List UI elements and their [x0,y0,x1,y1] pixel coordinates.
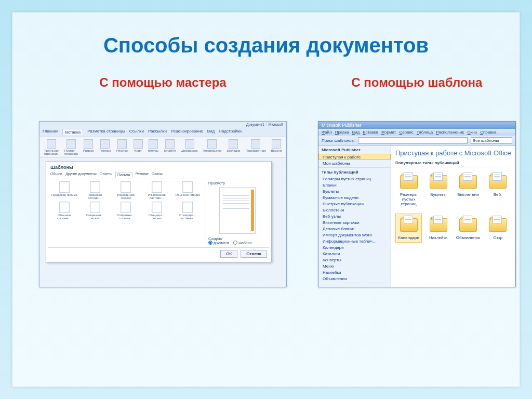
search-label: Поиск шаблонов: [322,138,355,143]
menu-item[interactable]: Файл [322,130,332,135]
ribbon-tab[interactable]: Разметка страницы [87,129,125,135]
sidebar-item[interactable]: Приступая к работе [318,154,391,160]
publication-type-item[interactable]: Размеры пустых страниц [395,170,422,208]
template-item[interactable]: Городское письмо [50,181,78,200]
publication-type-item[interactable]: Откр [485,214,511,243]
menu-item[interactable]: Окно [468,130,477,135]
publication-type-item[interactable]: Веб- [485,170,511,208]
sidebar-item[interactable]: Буклеты [318,188,391,194]
ribbon-button[interactable]: Рисунок [115,139,130,155]
ribbon-icon [66,139,76,149]
publication-type-item[interactable]: Бюллетени [455,170,481,208]
sidebar-group-label: Типы публикаций [318,167,391,176]
template-item[interactable]: Обычное письмо [174,181,202,200]
search-scope-dropdown[interactable]: Все шаблоны [471,137,512,144]
dialog-tab[interactable]: Факсы [152,172,163,178]
ribbon-button[interactable]: Верхни [270,139,283,155]
sidebar-item[interactable]: Веб-узлы [318,213,391,219]
ribbon-tab[interactable]: Вид [207,129,215,135]
sidebar-item[interactable]: Бланки [318,182,391,188]
menu-item[interactable]: Сервис [399,130,413,135]
radio-template-input[interactable] [233,241,237,245]
ribbon-icon [84,139,93,149]
sidebar-item[interactable]: Объявления [318,275,391,282]
sidebar-item[interactable]: Мои шаблоны [318,160,391,166]
ribbon-tab[interactable]: Ссылки [129,129,144,135]
sidebar-item[interactable]: Календари [318,244,391,250]
template-item[interactable]: Обычное составн… [50,202,78,220]
sidebar-item[interactable]: Визитные карточки [318,219,391,225]
sidebar-item[interactable]: Размеры пустых страниц [318,176,391,182]
ribbon-button[interactable]: Закладка [225,139,242,155]
radio-document-input[interactable] [208,241,212,245]
sidebar-item[interactable]: Наклейки [318,269,391,275]
menu-item[interactable]: Таблица [417,130,433,135]
publication-type-grid[interactable]: Размеры пустых страницБуклетыБюллетениВе… [395,170,511,243]
dialog-tabs[interactable]: ОбщиеДругие документыОтчетыПисьмаРезюмеФ… [48,171,269,179]
preview-thumbnail [219,187,256,234]
ribbon-tab[interactable]: Вставка [62,129,83,135]
ribbon-button[interactable]: Диаграмма [180,139,199,155]
cancel-button[interactable]: Отмена [241,250,267,258]
template-item[interactable]: Стандарт… письмо [143,202,170,220]
publisher-menu[interactable]: ФайлПравкаВидВставкаФорматСервисТаблицаР… [318,129,515,136]
ribbon-tab[interactable]: Рассылки [148,129,167,135]
template-item[interactable]: Современ… письмо [81,202,109,220]
menu-item[interactable]: Вставка [363,130,378,135]
dialog-tab[interactable]: Отчеты [100,172,112,178]
publication-type-item[interactable]: Календари [395,214,422,243]
ribbon-button[interactable]: Разрыв [82,139,96,155]
ribbon-tab[interactable]: Главная [43,129,58,135]
sidebar-item[interactable]: Бумажные модели [318,194,391,201]
ribbon-button[interactable]: SmartArt [162,139,178,155]
dialog-tab[interactable]: Резюме [136,172,149,178]
ribbon-tab[interactable]: Надстройки [219,129,242,135]
sidebar-item[interactable]: Информационные таблич… [318,238,391,244]
ribbon-button[interactable]: Таблица [98,139,113,155]
publication-type-item[interactable]: Объявления [455,214,481,243]
ribbon-tab[interactable]: Рецензирование [171,129,203,135]
columns: С помощью мастера Документ1 – Microsoft … [39,75,493,287]
template-item[interactable]: Современ… составн… [112,202,140,220]
menu-item[interactable]: Расположение [436,130,464,135]
search-input[interactable] [358,137,468,144]
radio-template[interactable]: шаблон [233,241,251,245]
ok-button[interactable]: ОК [220,250,237,258]
ribbon-button[interactable]: Клип [132,139,144,155]
ribbon-icon [117,139,127,149]
dialog-tab[interactable]: Общие [50,172,62,178]
ribbon-label: SmartArt [164,149,176,152]
menu-item[interactable]: Справка [480,130,496,135]
ribbon-button[interactable]: Пустая страница [63,139,79,155]
sidebar-item[interactable]: Конверты [318,257,391,263]
menu-item[interactable]: Формат [381,130,396,135]
publication-type-item[interactable]: Наклейки [425,214,451,243]
menu-item[interactable]: Вид [352,130,360,135]
sidebar-item[interactable]: Меню [318,263,391,269]
ribbon-button[interactable]: Титульная страница [43,139,61,155]
left-column: С помощью мастера Документ1 – Microsoft … [39,75,287,287]
publication-type-item[interactable]: Буклеты [425,170,451,208]
ribbon[interactable]: Титульная страницаПустая страницаРазрывТ… [39,137,286,158]
ribbon-button[interactable]: Перекрестная [244,139,267,155]
sidebar-item[interactable]: Деловые бланки [318,225,391,232]
template-item[interactable]: Изысканное составн… [143,181,170,200]
ribbon-icon [47,139,56,149]
radio-document[interactable]: документ [208,241,229,245]
template-item[interactable]: Изысканное письмо [112,181,140,200]
menu-item[interactable]: Правка [335,130,349,135]
dialog-tab[interactable]: Другие документы [65,172,97,178]
template-item[interactable]: Стандарт… составно… [174,202,202,220]
dialog-tab[interactable]: Письма [115,172,132,178]
template-grid[interactable]: Городское письмоГородское составн…Изыска… [50,181,202,245]
sidebar-item[interactable]: Бюллетени [318,207,391,213]
sidebar-item[interactable]: Импорт документов Word [318,232,391,238]
ribbon-button[interactable]: Гиперссылка [201,139,223,155]
sidebar-item[interactable]: Быстрые публикации [318,201,391,207]
preview-pane: Просмотр Создать документ шаблон [205,181,267,245]
ribbon-button[interactable]: Фигуры [147,139,161,155]
ribbon-tabs[interactable]: ГлавнаяВставкаРазметка страницыСсылкиРас… [39,127,286,137]
template-item[interactable]: Городское составн… [81,181,109,200]
sidebar-item[interactable]: Каталоги [318,250,391,257]
publisher-window: Microsoft Publisher ФайлПравкаВидВставка… [318,121,516,287]
